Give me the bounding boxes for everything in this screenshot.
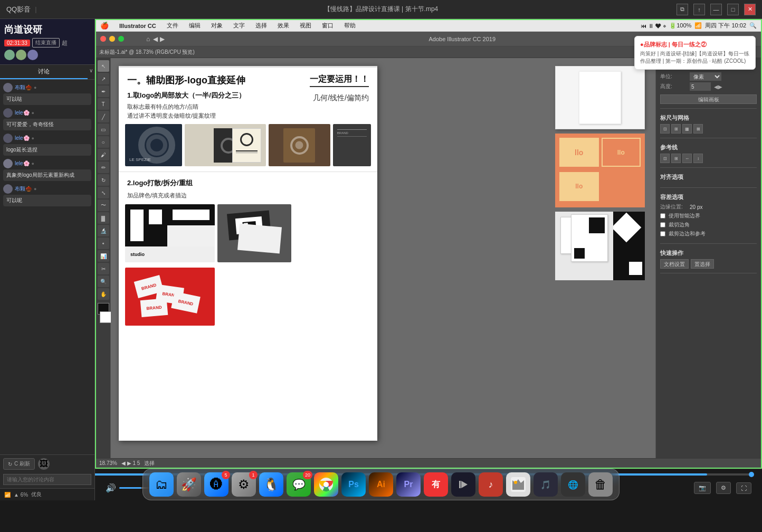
guides-icon-2[interactable]: ⊞ bbox=[671, 154, 681, 163]
select-tool[interactable]: ↖ bbox=[98, 60, 109, 72]
cb-smart-edge[interactable] bbox=[660, 213, 665, 218]
home-icon[interactable]: ⌂ bbox=[146, 35, 150, 43]
tab-dropdown-arrow[interactable]: ∨ bbox=[88, 65, 94, 79]
direct-select-tool[interactable]: ↗ bbox=[98, 73, 109, 84]
search-icon[interactable]: 🔍 bbox=[749, 22, 757, 29]
menu-edit[interactable]: 编辑 bbox=[187, 22, 203, 30]
settings-ctrl-btn[interactable]: ⚙ bbox=[716, 482, 731, 494]
dock-finalcut[interactable] bbox=[451, 472, 475, 497]
line-tool[interactable]: ╱ bbox=[98, 111, 109, 122]
dock-appstore[interactable]: 🅐 5 bbox=[204, 472, 228, 497]
scale-tool[interactable]: ⤡ bbox=[98, 187, 109, 198]
dock-photos[interactable] bbox=[506, 472, 530, 497]
gradient-tool[interactable]: ▓ bbox=[98, 212, 109, 224]
cb-trim-corner[interactable] bbox=[660, 222, 665, 227]
ppi-arrows[interactable]: ◀▶ bbox=[714, 84, 722, 90]
screenshot-btn[interactable]: 📷 bbox=[694, 482, 711, 494]
warp-tool[interactable]: 〜 bbox=[98, 200, 109, 211]
menu-illustrator[interactable]: Illustrator CC bbox=[117, 23, 158, 29]
dock-browser[interactable]: 🌐 bbox=[561, 472, 585, 497]
rect-tool[interactable]: ▭ bbox=[98, 124, 109, 135]
menu-file[interactable]: 文件 bbox=[165, 22, 180, 30]
chart-tool[interactable]: 📊 bbox=[98, 250, 109, 262]
eyedropper-tool[interactable]: 🔬 bbox=[98, 225, 109, 236]
blend-tool[interactable]: ⁌ bbox=[98, 238, 109, 249]
dock-ai[interactable]: Ai bbox=[369, 472, 393, 497]
volume-icon[interactable]: 🔊 bbox=[106, 483, 116, 493]
ruler-icon-4[interactable]: ⊠ bbox=[693, 124, 703, 134]
guides-icon-4[interactable]: ↕ bbox=[693, 154, 703, 163]
minimize-btn[interactable] bbox=[109, 36, 115, 42]
ai-page-controls[interactable]: ◀ ▶ 1 5 bbox=[121, 460, 140, 466]
place-embed-btn[interactable]: 置选择 bbox=[691, 259, 714, 269]
menu-effect[interactable]: 效果 bbox=[275, 22, 291, 30]
image-row-2: studio bbox=[119, 204, 377, 268]
title-bar-right[interactable]: ⧉ ↑ — □ ✕ bbox=[677, 4, 756, 15]
media-controls[interactable]: ⏮ ⏸ ❤ ⊕ bbox=[641, 23, 666, 29]
dock-launchpad[interactable]: 🚀 bbox=[177, 472, 201, 497]
hand-tool[interactable]: ✋ bbox=[98, 288, 109, 300]
close-button[interactable]: ✕ bbox=[744, 4, 756, 15]
unit-select[interactable]: 像素 bbox=[690, 72, 721, 81]
ai-canvas-area[interactable]: 一。辅助图形-logo直接延伸 1.取logo的局部放大（一半/四分之三） 取标… bbox=[111, 58, 655, 458]
dock-youdao[interactable]: 有 bbox=[424, 472, 448, 497]
pen-tool[interactable]: ✒ bbox=[98, 86, 109, 97]
ppi-input[interactable] bbox=[690, 82, 711, 91]
live-extra-icon[interactable]: 超 bbox=[62, 39, 68, 47]
fullscreen-ctrl-btn[interactable]: ⛶ bbox=[736, 482, 751, 494]
tab-discussion[interactable]: 讨论 bbox=[0, 65, 88, 79]
progress-dot[interactable] bbox=[749, 472, 754, 477]
guides-icon-1[interactable]: ⊡ bbox=[660, 154, 670, 163]
menu-window[interactable]: 窗口 bbox=[320, 22, 336, 30]
rotate-tool[interactable]: ↻ bbox=[98, 174, 109, 186]
guides-icon-3[interactable]: ↔ bbox=[682, 154, 692, 163]
chat-msg-1: 布颗🌰 ● 可以哒 bbox=[3, 83, 91, 105]
doc-settings-btn[interactable]: 文档设置 bbox=[660, 259, 689, 269]
pip-button[interactable]: ⧉ bbox=[677, 4, 688, 15]
dock-pr[interactable]: Pr bbox=[396, 472, 421, 497]
ellipse-tool[interactable]: ○ bbox=[98, 136, 109, 148]
maximize-button[interactable]: □ bbox=[727, 4, 739, 15]
dock-chrome[interactable] bbox=[314, 472, 338, 497]
minimize-button[interactable]: — bbox=[710, 4, 722, 15]
dock-settings[interactable]: ⚙ 1 bbox=[232, 472, 256, 497]
panel-tolerance-title: 容差选项 bbox=[660, 193, 757, 201]
menu-help[interactable]: 帮助 bbox=[342, 22, 358, 30]
menu-text[interactable]: 文字 bbox=[231, 22, 247, 30]
brush-tool[interactable]: 🖌 bbox=[98, 149, 109, 160]
dock-wechat[interactable]: 💬 20 bbox=[287, 472, 311, 497]
chat-input[interactable] bbox=[3, 474, 91, 485]
dock-qq[interactable]: 🐧 bbox=[259, 472, 283, 497]
msg2-text: 可可爱爱，奇奇怪怪 bbox=[3, 119, 91, 130]
zoom-tool[interactable]: 🔍 bbox=[98, 276, 109, 287]
close-btn[interactable] bbox=[100, 36, 106, 42]
menu-view[interactable]: 视图 bbox=[298, 22, 313, 30]
background-color[interactable] bbox=[100, 311, 111, 323]
ruler-icon-2[interactable]: ⊞ bbox=[671, 124, 681, 134]
ruler-icon-3[interactable]: ▦ bbox=[682, 124, 692, 134]
dock-finder[interactable]: 🗂 bbox=[149, 472, 174, 497]
cb-trim-edge[interactable] bbox=[660, 231, 665, 236]
ai-title: Adobe Illustrator CC 2019 bbox=[429, 36, 496, 42]
image-upload-btn[interactable]: 🖼 bbox=[38, 458, 50, 470]
live-end-btn[interactable]: 结束直播 bbox=[32, 38, 60, 48]
menu-select[interactable]: 选择 bbox=[253, 22, 269, 30]
nav-arrows[interactable]: ◀ ▶ bbox=[153, 35, 164, 43]
dock-ps[interactable]: Ps bbox=[341, 472, 366, 497]
notification-popup[interactable]: ●品牌标志 | 每日一练之② 尚策好 | 尚道设研-[结缘]【尚道设研】每日一练… bbox=[634, 36, 756, 70]
chat-messages[interactable]: 布颗🌰 ● 可以哒 lele🌸 ● 可可爱爱，奇奇怪怪 lele🌸 ● bbox=[0, 80, 94, 454]
dock-momo[interactable]: 🎵 bbox=[534, 472, 558, 497]
menu-object[interactable]: 对象 bbox=[209, 22, 225, 30]
ruler-icon-1[interactable]: ⊡ bbox=[660, 124, 670, 134]
fullscreen-btn[interactable] bbox=[118, 36, 124, 42]
dock-trash[interactable]: 🗑 bbox=[588, 472, 613, 497]
dock-music[interactable]: ♪ bbox=[479, 472, 503, 497]
share-button[interactable]: ↑ bbox=[693, 4, 705, 15]
file-name-label: 【慢线路】品牌设计直播课 | 第十节.mp4 bbox=[324, 5, 438, 13]
apple-logo: 🍎 bbox=[100, 22, 109, 30]
refresh-btn[interactable]: ↻ C 刷新 bbox=[3, 458, 35, 470]
slice-tool[interactable]: ✂ bbox=[98, 263, 109, 274]
edit-artboard-btn[interactable]: 编辑画板 bbox=[660, 94, 757, 104]
text-tool[interactable]: T bbox=[98, 98, 109, 110]
pencil-tool[interactable]: ✏ bbox=[98, 162, 109, 173]
